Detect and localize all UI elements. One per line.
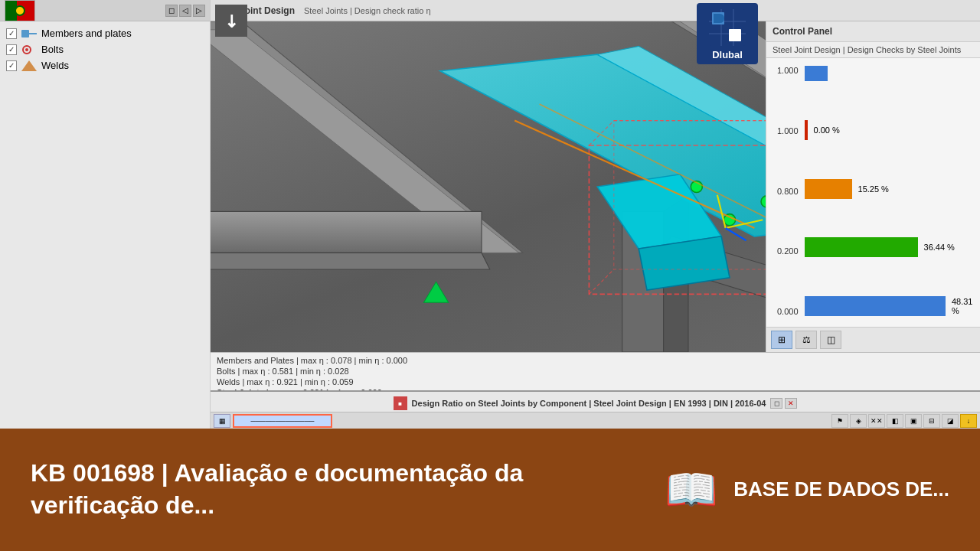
task-icon-5[interactable]: ▣: [905, 414, 922, 428]
cp-chart-area: 1.000 1.000 0.800 0.200 0.000: [766, 58, 980, 327]
titlebar-left: [5, 0, 35, 21]
close-btn2[interactable]: ✕: [785, 398, 797, 409]
chart-container: 1.000 1.000 0.800 0.200 0.000: [777, 66, 969, 319]
cp-title: Control Panel: [766, 21, 980, 42]
task-icon-3[interactable]: ✕✕: [868, 414, 885, 428]
svg-point-3: [25, 48, 28, 51]
cp-btn-table[interactable]: ⊞: [771, 331, 792, 349]
restore-btn[interactable]: ◻: [165, 5, 178, 17]
welds-label: Welds: [41, 60, 69, 71]
left-panel-titlebar: ◻ ◁ ▷: [0, 0, 210, 21]
sjd-subtitle: Steel Joints | Design check ratio η: [304, 6, 431, 15]
bottom-toolbar-title: Design Ratio on Steel Joints by Componen…: [412, 399, 766, 408]
chart-bar-blue-top: [805, 66, 828, 81]
chart-row-top: [805, 66, 980, 81]
chart-label-4: 0.000: [777, 307, 799, 316]
svg-marker-14: [211, 253, 490, 269]
status-line-1: Members and Plates | max η : 0.078 | min…: [217, 356, 974, 365]
task-icon-4[interactable]: ◧: [887, 414, 903, 428]
svg-rect-0: [21, 30, 29, 37]
arrow-box: ↘: [215, 5, 247, 37]
bottom-text-area: KB 001698 | Avaliação e documentação da …: [31, 458, 634, 521]
svg-rect-41: [729, 29, 741, 41]
chart-row-blue: 48.31 %: [805, 296, 980, 316]
book-icon: 📖: [665, 465, 718, 515]
nav-arrows: ◻ ◁ ▷: [165, 5, 205, 17]
bottom-banner-title: KB 001698 | Avaliação e documentação da …: [31, 458, 634, 521]
taskbar-right-btns: ⚑ ◈ ✕✕ ◧ ▣ ⊟ ◪ ↓: [831, 414, 977, 428]
chart-y-labels: 1.000 1.000 0.800 0.200 0.000: [777, 66, 799, 319]
members-color-icon: [21, 28, 37, 39]
welds-color-icon: [21, 60, 37, 71]
bolts-checkbox[interactable]: ✓: [6, 44, 17, 55]
cp-btn-view[interactable]: ◫: [820, 331, 841, 349]
task-icon-7[interactable]: ◪: [942, 414, 959, 428]
chart-bar-blue-bottom: [805, 296, 946, 316]
task-icon-1[interactable]: ⚑: [831, 414, 848, 428]
sjd-icon: ■: [394, 396, 407, 410]
bolts-label: Bolts: [41, 44, 64, 55]
chart-label-0: 1.000: [777, 66, 799, 75]
viewport-area[interactable]: Steel Joint Design Steel Joints | Design…: [211, 0, 980, 429]
chart-row-red: 0.00 %: [805, 120, 980, 140]
chart-label-1: 1.000: [777, 126, 799, 135]
main-container: ◻ ◁ ▷ ✓ Members and plates: [0, 0, 980, 551]
cp-toolbar: ⊞ ⚖ ◫: [766, 327, 980, 352]
dlubal-logo: Dlubal: [697, 3, 758, 64]
chart-row-orange: 15.25 %: [805, 179, 980, 199]
chart-row-green: 36.44 %: [805, 237, 980, 257]
chart-pct-green: 36.44 %: [924, 243, 955, 252]
chart-label-3: 0.200: [777, 246, 799, 256]
chart-bar-orange: [805, 179, 852, 199]
flag-icon: [5, 0, 35, 21]
dlubal-cube-svg: [707, 8, 747, 47]
left-panel: ◻ ◁ ▷ ✓ Members and plates: [0, 0, 211, 429]
flag-circle-decoration: [15, 5, 25, 16]
status-line-2: Bolts | max η : 0.581 | min η : 0.028: [217, 367, 974, 376]
svg-marker-13: [211, 211, 482, 253]
list-item[interactable]: ✓ Welds: [6, 60, 204, 71]
bottom-right-area: 📖 BASE DE DADOS DE...: [665, 465, 949, 515]
chart-pct-red: 0.00 %: [814, 126, 840, 135]
bottom-toolbar-controls: ◻ ✕: [770, 398, 797, 409]
task-icon-yellow[interactable]: ↓: [960, 414, 977, 428]
bolts-color-icon: [21, 44, 37, 55]
members-label: Members and plates: [41, 28, 132, 39]
chart-bar-green: [805, 237, 918, 257]
dlubal-brand-text: Dlubal: [712, 49, 743, 60]
members-checkbox[interactable]: ✓: [6, 28, 17, 39]
layer-list: ✓ Members and plates ✓: [0, 21, 210, 77]
cp-subtitle: Steel Joint Design | Design Checks by St…: [766, 42, 980, 58]
restore-btn2[interactable]: ◻: [770, 398, 782, 409]
app-area: ◻ ◁ ▷ ✓ Members and plates: [0, 0, 980, 429]
chart-label-2: 0.800: [777, 187, 799, 196]
cp-btn-scale[interactable]: ⚖: [795, 331, 817, 349]
list-item[interactable]: ✓ Members and plates: [6, 28, 204, 39]
chart-pct-blue: 48.31 %: [952, 297, 980, 315]
bottom-banner: KB 001698 | Avaliação e documentação da …: [0, 429, 980, 551]
nav-right-btn[interactable]: ▷: [193, 5, 205, 17]
control-panel: Control Panel Steel Joint Design | Desig…: [766, 21, 980, 352]
task-btn-active[interactable]: ─────────────: [233, 414, 332, 428]
welds-checkbox[interactable]: ✓: [6, 60, 17, 71]
status-line-3: Welds | max η : 0.921 | min η : 0.059: [217, 377, 974, 386]
chart-bar-red: [805, 120, 808, 140]
nav-left-btn[interactable]: ◁: [179, 5, 191, 17]
taskbar: ▦ ───────────── ⚑ ◈ ✕✕ ◧ ▣ ⊟ ◪ ↓: [211, 412, 980, 429]
chart-pct-orange: 15.25 %: [858, 184, 889, 194]
svg-marker-4: [21, 60, 37, 71]
list-item[interactable]: ✓ Bolts: [6, 44, 204, 55]
bottom-db-label: BASE DE DADOS DE...: [733, 477, 949, 503]
arrow-icon: ↘: [219, 8, 243, 32]
sjd-titlebar: Steel Joint Design Steel Joints | Design…: [211, 0, 980, 21]
task-icon-6[interactable]: ⊟: [923, 414, 940, 428]
task-btn-1[interactable]: ▦: [214, 414, 230, 428]
task-icon-2[interactable]: ◈: [850, 414, 867, 428]
